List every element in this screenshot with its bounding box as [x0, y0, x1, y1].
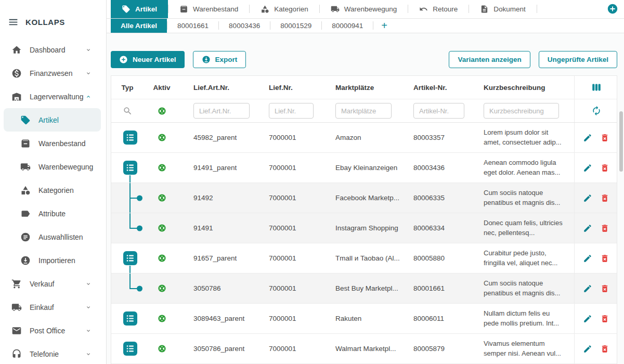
delete-icon[interactable] — [600, 284, 609, 293]
module-tab-dokument[interactable]: Dokument — [469, 0, 537, 18]
sidebar-item-kategorien[interactable]: Kategorien — [4, 178, 101, 202]
kurzbeschreibung-cell: Cum sociis natoque penatibus et magnis d… — [470, 274, 574, 303]
mail-icon — [11, 326, 22, 336]
edit-icon[interactable] — [583, 163, 592, 173]
show-variants-button[interactable]: Varianten anzeigen — [449, 51, 530, 68]
delete-icon[interactable] — [600, 254, 609, 263]
article-tab-alle-artikel[interactable]: Alle Artikel — [111, 19, 167, 33]
filter-marktplaetze-input[interactable] — [335, 103, 392, 119]
tree-line — [129, 274, 131, 289]
vertical-scrollbar[interactable] — [619, 111, 623, 172]
edit-icon[interactable] — [583, 344, 592, 354]
edit-icon[interactable] — [583, 254, 592, 263]
module-tab-artikel[interactable]: Artikel — [111, 0, 168, 18]
doc-icon — [480, 5, 489, 14]
marktplaetze-cell: Ebay Kleinanzeigen — [322, 153, 400, 183]
download-circle-icon — [202, 55, 211, 64]
kurzbeschreibung-cell: Cum sociis natoque penatibus et magnis d… — [470, 183, 574, 213]
delete-icon[interactable] — [600, 224, 609, 233]
sidebar-item-einkauf[interactable]: Einkauf — [4, 295, 101, 319]
columns-icon[interactable] — [591, 82, 602, 93]
article-list-icon[interactable] — [123, 251, 137, 265]
filter-artikel-nr-input[interactable] — [413, 103, 464, 119]
edit-icon[interactable] — [583, 133, 592, 142]
sidebar-nav: Dashboard Finanzwesen Lagerverwaltung Ar… — [0, 38, 106, 364]
truck-icon — [331, 5, 340, 14]
module-tab-warenbewegung[interactable]: Warenbewegung — [320, 0, 408, 18]
lief-art-nr-cell: 3050786 — [180, 274, 255, 303]
sidebar-item-verkauf[interactable]: Verkauf — [4, 272, 101, 295]
delete-icon[interactable] — [600, 344, 609, 354]
article-tab-80003436[interactable]: 80003436 — [219, 19, 270, 33]
delete-icon[interactable] — [600, 163, 609, 173]
lief-nr-cell: 7000001 — [255, 274, 322, 303]
chevron-down-icon — [85, 47, 92, 53]
sidebar-item-importieren[interactable]: Importieren — [4, 249, 101, 272]
truck-icon — [11, 302, 22, 313]
export-button[interactable]: Export — [193, 51, 246, 68]
marktplaetze-cell: Facebook Marketp... — [322, 183, 400, 213]
table-row[interactable]: 3089463_parent 7000001 Rakuten 80006011 … — [111, 304, 617, 334]
sidebar-item-warenbewegung[interactable]: Warenbewegung — [4, 155, 101, 178]
article-list-icon[interactable] — [123, 131, 137, 145]
sidebar-item-attribute[interactable]: Attribute — [4, 202, 101, 225]
article-list-icon[interactable] — [123, 311, 137, 326]
delete-icon[interactable] — [600, 133, 609, 142]
artikel-nr-cell: 80006334 — [400, 213, 470, 243]
filter-lief-art-nr-input[interactable] — [193, 103, 250, 119]
add-article-tab-button[interactable]: + — [373, 19, 395, 33]
sidebar-item-warenbestand[interactable]: Warenbestand — [4, 132, 101, 155]
lief-nr-cell: 7000001 — [255, 213, 322, 243]
article-tab-80001529[interactable]: 80001529 — [270, 19, 321, 33]
sidebar-item-dashboard[interactable]: Dashboard — [4, 38, 101, 61]
active-filter-icon[interactable] — [158, 107, 166, 115]
article-list-icon[interactable] — [123, 342, 137, 356]
edit-icon[interactable] — [583, 193, 592, 203]
typ-cell — [111, 183, 144, 213]
edit-icon[interactable] — [583, 314, 592, 323]
filter-lief-nr-input[interactable] — [269, 103, 314, 119]
search-icon[interactable] — [123, 106, 133, 116]
refresh-icon[interactable] — [591, 106, 602, 116]
table-row[interactable]: 3050786_parent 7000001 Walmart Marketpl.… — [111, 334, 617, 364]
table-row[interactable]: 91492 7000001 Facebook Marketp... 800063… — [111, 183, 617, 213]
table-row[interactable]: 3050786 7000001 Best Buy Marketpl... 800… — [111, 274, 617, 304]
module-tab-retoure[interactable]: Retoure — [408, 0, 469, 18]
article-tab-80000941[interactable]: 80000941 — [322, 19, 373, 33]
aktiv-cell — [144, 274, 180, 303]
unverified-articles-label: Ungeprüfte Artikel — [548, 56, 608, 63]
module-tab-warenbestand[interactable]: Warenbestand — [168, 0, 249, 18]
edit-icon[interactable] — [583, 224, 592, 233]
article-tab-bar: Alle Artikel 80001661 80003436 80001529 … — [107, 19, 624, 33]
kurzbeschreibung-cell: Aenean commodo ligula eget dolor. Aenean… — [470, 153, 574, 183]
module-tab-kategorien[interactable]: Kategorien — [250, 0, 319, 18]
table-row[interactable]: 91491_parent 7000001 Ebay Kleinanzeigen … — [111, 153, 617, 183]
unverified-articles-button[interactable]: Ungeprüfte Artikel — [539, 51, 617, 68]
table-row[interactable]: 91491 7000001 Instagram Shopping 8000633… — [111, 213, 617, 243]
artikel-nr-cell: 80006011 — [400, 304, 470, 333]
tree-line — [129, 175, 131, 183]
active-status-icon — [158, 224, 166, 232]
artikel-nr-cell: 80003436 — [400, 153, 470, 183]
delete-icon[interactable] — [600, 314, 609, 323]
new-article-button[interactable]: Neuer Artikel — [111, 51, 185, 68]
sidebar-item-telefonie[interactable]: Telefonie — [4, 342, 101, 364]
typ-cell — [111, 123, 144, 152]
table-row[interactable]: 91657_parent 7000001 Tmall и Taobao (Al.… — [111, 243, 617, 274]
filter-kurzbeschreibung-input[interactable] — [484, 103, 559, 119]
tree-line — [129, 213, 131, 228]
sidebar-item-lagerverwaltung[interactable]: Lagerverwaltung — [4, 85, 101, 108]
kurzbeschreibung-cell: Donec quam felis, ultricies nec, pellent… — [470, 213, 574, 243]
article-list-icon[interactable] — [123, 161, 137, 175]
edit-icon[interactable] — [583, 284, 592, 293]
sidebar-item-post-office[interactable]: Post Office — [4, 319, 101, 342]
add-module-tab-icon[interactable] — [607, 3, 618, 15]
table-row[interactable]: 45982_parent 7000001 Amazon 80003357 Lor… — [111, 123, 617, 153]
aktiv-cell — [144, 153, 180, 183]
delete-icon[interactable] — [600, 193, 609, 203]
hamburger-menu-icon[interactable] — [8, 17, 19, 28]
sidebar-item-artikel[interactable]: Artikel — [4, 108, 101, 132]
article-tab-80001661[interactable]: 80001661 — [167, 19, 218, 33]
sidebar-item-finanzwesen[interactable]: Finanzwesen — [4, 61, 101, 85]
sidebar-item-auswahllisten[interactable]: Auswahllisten — [4, 225, 101, 249]
